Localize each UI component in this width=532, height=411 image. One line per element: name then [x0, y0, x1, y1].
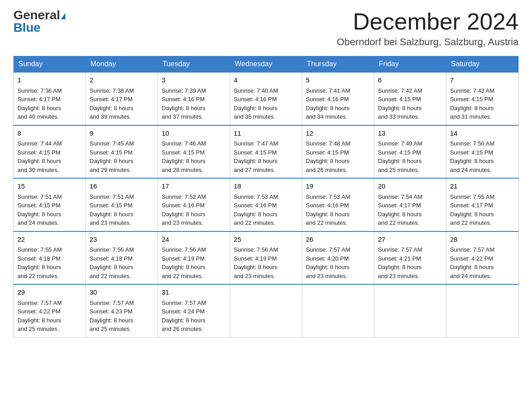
calendar-cell: 25Sunrise: 7:56 AMSunset: 4:19 PMDayligh…: [230, 231, 302, 285]
weekday-header-sunday: Sunday: [14, 56, 86, 73]
day-number: 4: [234, 75, 298, 86]
day-info: Sunrise: 7:57 AMSunset: 4:20 PMDaylight:…: [306, 246, 350, 279]
day-info: Sunrise: 7:56 AMSunset: 4:19 PMDaylight:…: [162, 246, 206, 279]
calendar-cell: 22Sunrise: 7:55 AMSunset: 4:18 PMDayligh…: [14, 231, 86, 285]
day-number: 2: [90, 75, 154, 86]
day-info: Sunrise: 7:43 AMSunset: 4:15 PMDaylight:…: [450, 87, 494, 120]
calendar-week-row: 15Sunrise: 7:51 AMSunset: 4:15 PMDayligh…: [14, 178, 519, 231]
day-number: 12: [306, 128, 370, 139]
day-info: Sunrise: 7:57 AMSunset: 4:23 PMDaylight:…: [90, 300, 134, 333]
calendar-cell: 30Sunrise: 7:57 AMSunset: 4:23 PMDayligh…: [86, 284, 158, 337]
calendar-cell: 9Sunrise: 7:45 AMSunset: 4:15 PMDaylight…: [86, 125, 158, 179]
logo-triangle-icon: [61, 13, 65, 19]
weekday-header-monday: Monday: [86, 56, 158, 73]
calendar-cell: 3Sunrise: 7:39 AMSunset: 4:16 PMDaylight…: [158, 72, 230, 125]
calendar-week-row: 22Sunrise: 7:55 AMSunset: 4:18 PMDayligh…: [14, 231, 519, 285]
calendar-cell: [302, 284, 374, 337]
day-info: Sunrise: 7:57 AMSunset: 4:24 PMDaylight:…: [162, 300, 206, 333]
day-number: 1: [17, 75, 82, 86]
day-number: 22: [17, 235, 82, 245]
day-info: Sunrise: 7:56 AMSunset: 4:19 PMDaylight:…: [234, 246, 278, 279]
day-info: Sunrise: 7:55 AMSunset: 4:17 PMDaylight:…: [450, 193, 494, 227]
day-info: Sunrise: 7:53 AMSunset: 4:16 PMDaylight:…: [234, 193, 278, 227]
day-number: 21: [450, 181, 515, 192]
day-number: 20: [378, 181, 442, 192]
weekday-header-thursday: Thursday: [302, 56, 374, 73]
day-number: 15: [17, 181, 82, 192]
calendar-cell: 18Sunrise: 7:53 AMSunset: 4:16 PMDayligh…: [230, 178, 302, 231]
day-info: Sunrise: 7:45 AMSunset: 4:15 PMDaylight:…: [90, 140, 134, 173]
calendar-cell: 4Sunrise: 7:40 AMSunset: 4:16 PMDaylight…: [230, 72, 302, 125]
calendar-week-row: 1Sunrise: 7:36 AMSunset: 4:17 PMDaylight…: [14, 72, 519, 125]
day-info: Sunrise: 7:57 AMSunset: 4:21 PMDaylight:…: [378, 246, 422, 279]
day-number: 13: [378, 128, 442, 139]
calendar-cell: 11Sunrise: 7:47 AMSunset: 4:15 PMDayligh…: [230, 125, 302, 179]
day-number: 24: [162, 235, 226, 245]
location-title: Oberndorf bei Salzburg, Salzburg, Austri…: [337, 36, 519, 48]
calendar-cell: 29Sunrise: 7:57 AMSunset: 4:22 PMDayligh…: [14, 284, 86, 337]
day-number: 9: [90, 128, 154, 139]
calendar-cell: 13Sunrise: 7:49 AMSunset: 4:15 PMDayligh…: [374, 125, 446, 179]
logo-line2: Blue: [13, 21, 41, 35]
day-info: Sunrise: 7:57 AMSunset: 4:22 PMDaylight:…: [450, 246, 494, 279]
calendar-cell: 31Sunrise: 7:57 AMSunset: 4:24 PMDayligh…: [158, 284, 230, 337]
calendar-cell: 28Sunrise: 7:57 AMSunset: 4:22 PMDayligh…: [446, 231, 519, 285]
calendar-header-row: SundayMondayTuesdayWednesdayThursdayFrid…: [14, 56, 519, 73]
day-info: Sunrise: 7:48 AMSunset: 4:15 PMDaylight:…: [306, 140, 350, 173]
calendar-cell: 14Sunrise: 7:50 AMSunset: 4:15 PMDayligh…: [446, 125, 519, 179]
day-number: 3: [162, 75, 226, 86]
day-info: Sunrise: 7:56 AMSunset: 4:18 PMDaylight:…: [90, 246, 134, 279]
day-info: Sunrise: 7:40 AMSunset: 4:16 PMDaylight:…: [234, 87, 278, 120]
calendar-cell: 15Sunrise: 7:51 AMSunset: 4:15 PMDayligh…: [14, 178, 86, 231]
day-number: 28: [450, 235, 515, 245]
day-number: 11: [234, 128, 298, 139]
calendar-cell: [446, 284, 519, 337]
day-number: 14: [450, 128, 515, 139]
day-info: Sunrise: 7:50 AMSunset: 4:15 PMDaylight:…: [450, 140, 494, 173]
day-number: 30: [90, 287, 154, 298]
day-info: Sunrise: 7:41 AMSunset: 4:16 PMDaylight:…: [306, 87, 350, 120]
calendar-cell: 1Sunrise: 7:36 AMSunset: 4:17 PMDaylight…: [14, 72, 86, 125]
calendar-cell: 21Sunrise: 7:55 AMSunset: 4:17 PMDayligh…: [446, 178, 519, 231]
calendar-table: SundayMondayTuesdayWednesdayThursdayFrid…: [13, 56, 519, 338]
day-info: Sunrise: 7:54 AMSunset: 4:17 PMDaylight:…: [378, 193, 422, 227]
day-number: 17: [162, 181, 226, 192]
calendar-cell: 19Sunrise: 7:53 AMSunset: 4:16 PMDayligh…: [302, 178, 374, 231]
day-info: Sunrise: 7:49 AMSunset: 4:15 PMDaylight:…: [378, 140, 422, 173]
day-info: Sunrise: 7:47 AMSunset: 4:15 PMDaylight:…: [234, 140, 278, 173]
day-info: Sunrise: 7:39 AMSunset: 4:16 PMDaylight:…: [162, 87, 206, 120]
day-info: Sunrise: 7:53 AMSunset: 4:16 PMDaylight:…: [306, 193, 350, 227]
calendar-cell: 10Sunrise: 7:46 AMSunset: 4:15 PMDayligh…: [158, 125, 230, 179]
day-info: Sunrise: 7:57 AMSunset: 4:22 PMDaylight:…: [17, 300, 62, 333]
calendar-cell: 17Sunrise: 7:52 AMSunset: 4:16 PMDayligh…: [158, 178, 230, 231]
calendar-cell: 24Sunrise: 7:56 AMSunset: 4:19 PMDayligh…: [158, 231, 230, 285]
day-info: Sunrise: 7:51 AMSunset: 4:15 PMDaylight:…: [17, 193, 62, 227]
day-number: 5: [306, 75, 370, 86]
logo: General Blue: [13, 9, 65, 35]
day-info: Sunrise: 7:36 AMSunset: 4:17 PMDaylight:…: [17, 87, 62, 120]
calendar-cell: 6Sunrise: 7:42 AMSunset: 4:15 PMDaylight…: [374, 72, 446, 125]
calendar-cell: 2Sunrise: 7:38 AMSunset: 4:17 PMDaylight…: [86, 72, 158, 125]
calendar-week-row: 8Sunrise: 7:44 AMSunset: 4:15 PMDaylight…: [14, 125, 519, 179]
day-number: 25: [234, 235, 298, 245]
day-info: Sunrise: 7:46 AMSunset: 4:15 PMDaylight:…: [162, 140, 206, 173]
calendar-cell: 8Sunrise: 7:44 AMSunset: 4:15 PMDaylight…: [14, 125, 86, 179]
day-info: Sunrise: 7:52 AMSunset: 4:16 PMDaylight:…: [162, 193, 206, 227]
weekday-header-wednesday: Wednesday: [230, 56, 302, 73]
calendar-cell: 23Sunrise: 7:56 AMSunset: 4:18 PMDayligh…: [86, 231, 158, 285]
day-info: Sunrise: 7:42 AMSunset: 4:15 PMDaylight:…: [378, 87, 422, 120]
day-number: 31: [162, 287, 226, 298]
logo-line1: General: [13, 9, 65, 21]
day-number: 7: [450, 75, 515, 86]
calendar-cell: 7Sunrise: 7:43 AMSunset: 4:15 PMDaylight…: [446, 72, 519, 125]
calendar-cell: 20Sunrise: 7:54 AMSunset: 4:17 PMDayligh…: [374, 178, 446, 231]
calendar-cell: 16Sunrise: 7:51 AMSunset: 4:15 PMDayligh…: [86, 178, 158, 231]
title-area: December 2024 Oberndorf bei Salzburg, Sa…: [337, 9, 519, 48]
weekday-header-tuesday: Tuesday: [158, 56, 230, 73]
calendar-cell: [374, 284, 446, 337]
calendar-cell: 12Sunrise: 7:48 AMSunset: 4:15 PMDayligh…: [302, 125, 374, 179]
calendar-cell: 5Sunrise: 7:41 AMSunset: 4:16 PMDaylight…: [302, 72, 374, 125]
header: General Blue December 2024 Oberndorf bei…: [13, 9, 519, 48]
day-number: 23: [90, 235, 154, 245]
day-info: Sunrise: 7:55 AMSunset: 4:18 PMDaylight:…: [17, 246, 62, 279]
